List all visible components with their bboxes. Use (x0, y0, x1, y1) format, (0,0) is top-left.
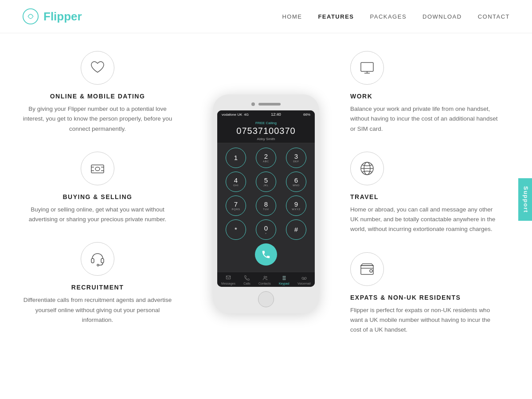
phone-device: vodafone UK 4G 12:40 66% FREE Calling 07… (213, 94, 319, 313)
travel-title: TRAVEL (350, 193, 379, 200)
dial-btn-4[interactable]: 4 GHI (226, 172, 246, 192)
dialpad-row-3: 7 PQRS 8 TUV 9 WXYZ (221, 196, 311, 216)
feature-recruitment: RECRUITMENT Differentiate calls from rec… (13, 242, 182, 325)
svg-point-15 (283, 278, 284, 278)
globe-icon (359, 160, 375, 176)
svg-point-12 (283, 276, 284, 277)
svg-rect-1 (91, 165, 104, 173)
wallet-icon (359, 261, 375, 277)
svg-point-13 (284, 276, 285, 277)
dial-btn-3[interactable]: 3 DEF (286, 148, 306, 168)
expats-desc: Flipper is perfect for expats or non-UK … (350, 305, 501, 335)
feature-buying: BUYING & SELLING Buying or selling onlin… (13, 152, 182, 225)
main-content: ONLINE & MOBILE DATING By giving your Fl… (0, 33, 532, 379)
feature-expats: EXPATS & NON-UK RESIDENTS Flipper is per… (350, 252, 519, 335)
svg-point-19 (284, 279, 285, 280)
phone-speaker (258, 103, 281, 106)
svg-rect-30 (361, 266, 373, 274)
phone-call-icon (261, 250, 271, 259)
svg-point-14 (285, 276, 286, 277)
svg-point-2 (95, 167, 100, 171)
svg-point-10 (264, 276, 266, 278)
tab-calls[interactable]: Calls (243, 275, 250, 285)
phone-mockup: vodafone UK 4G 12:40 66% FREE Calling 07… (200, 51, 332, 352)
status-time: 12:40 (271, 112, 281, 117)
buying-title: BUYING & SELLING (63, 193, 132, 200)
expats-title: EXPATS & NON-UK RESIDENTS (350, 294, 461, 301)
feature-work: WORK Balance your work and private life … (350, 51, 519, 134)
nav-home[interactable]: HOME (282, 13, 302, 20)
svg-rect-7 (91, 258, 94, 263)
money-icon (90, 160, 106, 176)
dial-btn-9[interactable]: 9 WXYZ (286, 196, 306, 216)
call-button[interactable] (255, 243, 277, 266)
svg-point-22 (304, 277, 306, 279)
work-title: WORK (350, 93, 372, 100)
nav-packages[interactable]: PACKAGES (370, 13, 407, 20)
svg-point-18 (283, 279, 284, 280)
phone-outer: vodafone UK 4G 12:40 66% FREE Calling 07… (213, 94, 319, 313)
status-battery: 66% (303, 113, 310, 117)
dial-btn-6[interactable]: 6 MNO (286, 172, 306, 192)
dial-btn-1[interactable]: 1 (226, 148, 246, 168)
work-icon-circle (350, 51, 384, 85)
dialpad-row-4: * 0 + # (221, 219, 311, 240)
dial-btn-5[interactable]: 5 JKL (256, 172, 276, 192)
tab-messages[interactable]: Messages (221, 275, 235, 285)
heart-icon (90, 60, 106, 76)
work-desc: Balance your work and private life from … (350, 104, 501, 134)
tab-keypad[interactable]: Keypad (279, 275, 289, 285)
svg-point-21 (302, 277, 304, 279)
logo-icon (22, 8, 39, 25)
tab-bar: Messages Calls (217, 272, 315, 287)
svg-point-16 (284, 278, 285, 278)
phone-top-bar (217, 101, 315, 108)
headset-icon (90, 251, 106, 267)
svg-rect-24 (361, 63, 373, 71)
left-features: ONLINE & MOBILE DATING By giving your Fl… (13, 51, 200, 352)
dating-title: ONLINE & MOBILE DATING (50, 93, 145, 100)
dialpad: 1 2 ABC 3 DEF (217, 143, 315, 272)
dating-icon-circle (81, 51, 114, 85)
dialpad-row-1: 1 2 ABC 3 DEF (221, 148, 311, 168)
right-features: WORK Balance your work and private life … (332, 51, 519, 352)
keypad-icon (281, 275, 287, 281)
voicemail-icon (301, 275, 307, 281)
dating-desc: By giving your Flipper number out to a p… (22, 104, 173, 134)
dial-btn-2[interactable]: 2 ABC (256, 148, 276, 168)
support-tab[interactable]: Support (518, 178, 532, 221)
svg-point-11 (266, 277, 267, 278)
phone-screen: vodafone UK 4G 12:40 66% FREE Calling 07… (217, 110, 315, 287)
feature-travel: TRAVEL Home or abroad, you can call and … (350, 152, 519, 235)
messages-icon (225, 275, 231, 281)
logo: Flipper (22, 8, 82, 25)
dialer-label: FREE Calling (217, 121, 315, 125)
monitor-icon (359, 60, 375, 76)
main-nav: HOME FEATURES PACKAGES DOWNLOAD CONTACT (282, 13, 510, 20)
phone-camera (251, 102, 255, 106)
dialer-name: Abby Smith (217, 137, 315, 141)
dial-btn-8[interactable]: 8 TUV (256, 196, 276, 216)
header: Flipper HOME FEATURES PACKAGES DOWNLOAD … (0, 0, 532, 33)
dial-btn-hash[interactable]: # (286, 219, 306, 240)
dialer-header: FREE Calling 07537100370 Abby Smith (217, 118, 315, 143)
recruitment-title: RECRUITMENT (71, 284, 124, 291)
tab-voicemail[interactable]: Voicemail (297, 275, 311, 285)
calls-icon (244, 275, 250, 281)
logo-text: Flipper (43, 10, 82, 23)
feature-dating: ONLINE & MOBILE DATING By giving your Fl… (13, 51, 182, 134)
travel-icon-circle (350, 152, 384, 185)
dial-btn-star[interactable]: * (226, 219, 246, 240)
svg-point-17 (285, 278, 286, 278)
recruitment-icon-circle (81, 242, 114, 276)
nav-download[interactable]: DOWNLOAD (422, 13, 462, 20)
home-button[interactable] (258, 291, 274, 307)
svg-rect-31 (370, 270, 372, 272)
tab-contacts[interactable]: Contacts (258, 275, 271, 285)
nav-contact[interactable]: CONTACT (478, 13, 510, 20)
dial-btn-0[interactable]: 0 + (256, 219, 276, 240)
nav-features[interactable]: FEATURES (318, 13, 354, 20)
contacts-icon (262, 275, 268, 281)
dial-btn-7[interactable]: 7 PQRS (226, 196, 246, 216)
dialpad-row-2: 4 GHI 5 JKL 6 MNO (221, 172, 311, 192)
